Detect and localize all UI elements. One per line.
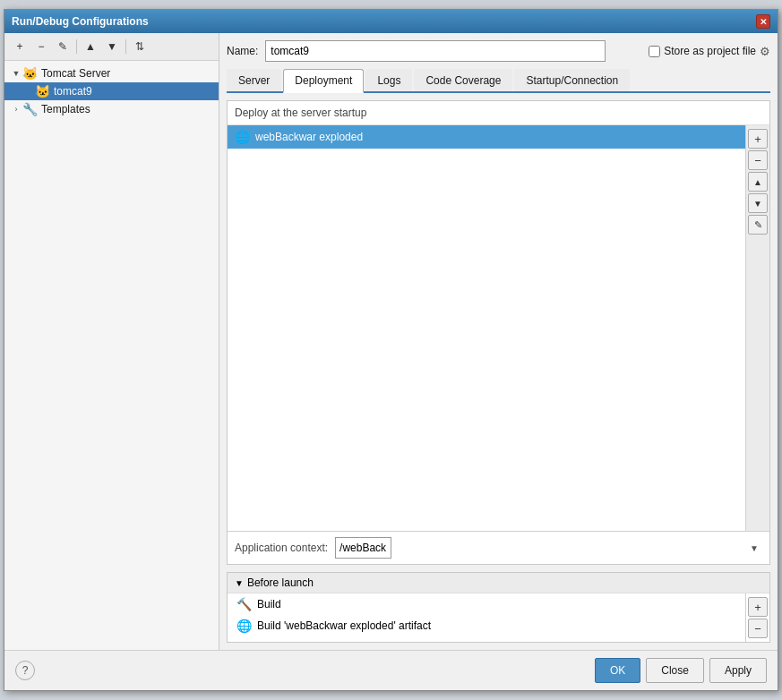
deploy-item-icon: 🌐 bbox=[235, 130, 250, 144]
deploy-section-header: Deploy at the server startup bbox=[228, 101, 769, 125]
right-panel: Name: Store as project file ⚙ Server Dep… bbox=[219, 33, 778, 650]
tab-startup-connection[interactable]: Startup/Connection bbox=[514, 69, 630, 91]
tree-item-tomcat9[interactable]: 🐱 tomcat9 bbox=[4, 82, 219, 100]
run-debug-dialog: Run/Debug Configurations ✕ + − ✎ ▲ ▼ ⇅ ▼ bbox=[4, 9, 778, 691]
tabs-bar: Server Deployment Logs Code Coverage Sta… bbox=[227, 69, 770, 93]
app-context-select[interactable]: /webBack bbox=[335, 537, 391, 559]
move-down-button[interactable]: ▼ bbox=[102, 37, 122, 56]
tree-arrow-templates: › bbox=[10, 105, 22, 114]
title-bar: Run/Debug Configurations ✕ bbox=[4, 10, 778, 33]
deploy-remove-button[interactable]: − bbox=[748, 150, 768, 170]
tree-item-label: tomcat9 bbox=[54, 85, 92, 98]
app-context-label: Application context: bbox=[235, 542, 328, 554]
name-row: Name: Store as project file ⚙ bbox=[227, 40, 770, 62]
tomcat9-icon: 🐱 bbox=[35, 84, 50, 98]
tree-item-label: Templates bbox=[41, 103, 90, 115]
deploy-add-button[interactable]: + bbox=[748, 129, 768, 149]
close-dialog-button[interactable]: Close bbox=[646, 658, 704, 683]
launch-remove-button[interactable]: − bbox=[748, 619, 768, 638]
tab-server[interactable]: Server bbox=[227, 69, 281, 91]
sort-button[interactable]: ⇅ bbox=[130, 37, 150, 56]
tree-area: ▼ 🐱 Tomcat Server 🐱 tomcat9 › 🔧 Template bbox=[4, 61, 219, 650]
templates-icon: 🔧 bbox=[22, 102, 38, 116]
store-checkbox[interactable] bbox=[649, 46, 660, 57]
tree-item-tomcat-server[interactable]: ▼ 🐱 Tomcat Server bbox=[4, 64, 219, 82]
toolbar-separator bbox=[76, 39, 77, 54]
tomcat-server-icon: 🐱 bbox=[22, 66, 38, 81]
ok-button[interactable]: OK bbox=[595, 658, 640, 683]
toolbar-separator-2 bbox=[125, 39, 126, 54]
tree-arrow: ▼ bbox=[10, 69, 22, 78]
deploy-item-label: webBackwar exploded bbox=[255, 131, 363, 143]
remove-config-button[interactable]: − bbox=[31, 37, 51, 56]
tab-logs[interactable]: Logs bbox=[365, 69, 412, 91]
launch-item-artifact-label: Build 'webBackwar exploded' artifact bbox=[257, 619, 431, 632]
deploy-edit-button[interactable]: ✎ bbox=[748, 215, 768, 235]
app-context-wrapper: /webBack ▼ bbox=[335, 537, 762, 559]
help-button[interactable]: ? bbox=[15, 661, 35, 680]
deploy-list-area: 🌐 webBackwar exploded + − ▲ ▼ ✎ bbox=[228, 125, 769, 531]
deploy-down-button[interactable]: ▼ bbox=[748, 193, 768, 213]
dialog-footer: ? OK Close Apply bbox=[4, 650, 778, 690]
dialog-title: Run/Debug Configurations bbox=[12, 15, 149, 28]
before-launch-items: 🔨 Build 🌐 Build 'webBackwar exploded' ar… bbox=[228, 593, 745, 642]
tab-code-coverage[interactable]: Code Coverage bbox=[414, 69, 512, 91]
before-launch-header[interactable]: ▼ Before launch bbox=[228, 573, 769, 593]
name-label: Name: bbox=[227, 45, 258, 57]
tree-item-label: Tomcat Server bbox=[41, 67, 110, 80]
close-button[interactable]: ✕ bbox=[756, 14, 770, 29]
tab-deployment[interactable]: Deployment bbox=[283, 69, 364, 93]
tree-item-templates[interactable]: › 🔧 Templates bbox=[4, 100, 219, 118]
before-launch-arrow-icon: ▼ bbox=[235, 578, 244, 588]
deploy-up-button[interactable]: ▲ bbox=[748, 172, 768, 192]
before-launch-label: Before launch bbox=[247, 576, 314, 589]
before-launch-side-buttons: + − bbox=[745, 593, 769, 642]
store-label: Store as project file bbox=[664, 45, 756, 57]
title-bar-buttons: ✕ bbox=[756, 14, 770, 29]
add-config-button[interactable]: + bbox=[10, 37, 30, 56]
deploy-section: Deploy at the server startup 🌐 webBackwa… bbox=[227, 100, 770, 565]
launch-item-build[interactable]: 🔨 Build bbox=[228, 593, 745, 615]
deploy-side-buttons: + − ▲ ▼ ✎ bbox=[745, 125, 769, 531]
tab-content-deployment: Deploy at the server startup 🌐 webBackwa… bbox=[227, 100, 770, 643]
before-launch-section: ▼ Before launch 🔨 Build 🌐 Build 'webBack… bbox=[227, 572, 770, 643]
deploy-item-webbackwar[interactable]: 🌐 webBackwar exploded bbox=[228, 125, 745, 149]
edit-config-button[interactable]: ✎ bbox=[53, 37, 73, 56]
left-panel: + − ✎ ▲ ▼ ⇅ ▼ 🐱 Tomcat Server bbox=[4, 33, 219, 650]
launch-item-build-artifact[interactable]: 🌐 Build 'webBackwar exploded' artifact bbox=[228, 615, 745, 636]
artifact-icon: 🌐 bbox=[236, 619, 252, 633]
footer-left: ? bbox=[15, 661, 35, 680]
store-row: Store as project file ⚙ bbox=[649, 45, 770, 58]
app-context-arrow-icon: ▼ bbox=[750, 543, 759, 553]
settings-icon[interactable]: ⚙ bbox=[760, 45, 770, 58]
name-input[interactable] bbox=[265, 40, 606, 62]
apply-button[interactable]: Apply bbox=[709, 658, 767, 683]
toolbar: + − ✎ ▲ ▼ ⇅ bbox=[4, 33, 219, 61]
before-launch-row: 🔨 Build 🌐 Build 'webBackwar exploded' ar… bbox=[228, 593, 769, 642]
app-context-row: Application context: /webBack ▼ bbox=[228, 531, 769, 564]
dialog-body: + − ✎ ▲ ▼ ⇅ ▼ 🐱 Tomcat Server bbox=[4, 33, 778, 650]
build-icon: 🔨 bbox=[236, 597, 252, 611]
launch-item-label: Build bbox=[257, 598, 281, 610]
launch-add-button[interactable]: + bbox=[748, 597, 768, 617]
deploy-list: 🌐 webBackwar exploded bbox=[228, 125, 745, 531]
move-up-button[interactable]: ▲ bbox=[81, 37, 100, 56]
